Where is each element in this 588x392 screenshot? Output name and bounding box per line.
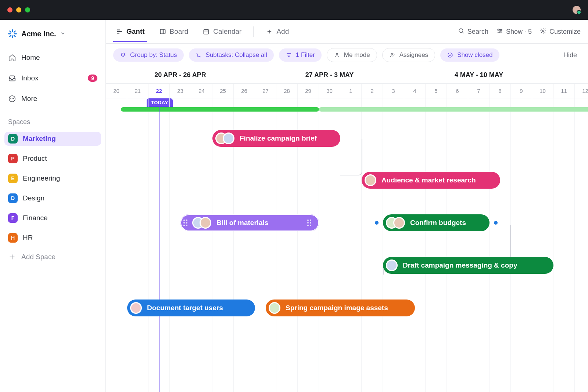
zoom-icon[interactable] — [25, 7, 30, 12]
add-view-label: Add — [276, 28, 289, 36]
space-item-engineering[interactable]: E Engineering — [4, 171, 101, 185]
assignee-avatars — [269, 302, 280, 314]
inbox-count-badge: 9 — [88, 75, 97, 82]
svg-point-7 — [498, 29, 499, 30]
layers-icon — [120, 52, 126, 58]
add-space-button[interactable]: Add Space — [4, 251, 101, 263]
dependency-line — [340, 139, 362, 175]
hide-filters-button[interactable]: Hide — [563, 51, 581, 59]
day-cell: 3 — [383, 84, 404, 98]
dependency-dot[interactable] — [375, 221, 379, 225]
task-bar[interactable]: Bill of materials — [180, 214, 319, 231]
subtasks-pill[interactable]: Subtasks: Collapse all — [189, 48, 274, 62]
space-label: Engineering — [23, 174, 60, 182]
task-bar[interactable]: Document target users — [127, 300, 255, 316]
space-item-product[interactable]: P Product — [4, 152, 101, 166]
calendar-icon — [202, 28, 210, 36]
date-range-cell: 20 APR - 26 APR — [106, 67, 255, 83]
space-item-design[interactable]: D Design — [4, 191, 101, 205]
space-item-marketing[interactable]: D Marketing — [4, 132, 101, 146]
nav-inbox[interactable]: Inbox 9 — [4, 72, 101, 84]
filter-pill[interactable]: 1 Filter — [279, 48, 322, 62]
progress-track — [106, 107, 588, 112]
minimize-icon[interactable] — [16, 7, 21, 12]
task-bar[interactable]: Spring campaign image assets — [266, 300, 415, 316]
spaces-section-label: Spaces — [4, 118, 101, 126]
gantt-rows[interactable]: Finalize campaign brief Audience & marke… — [106, 98, 588, 392]
day-cell: 28 — [276, 84, 298, 98]
tab-label: Calendar — [213, 28, 241, 36]
board-icon — [159, 28, 167, 36]
me-mode-pill[interactable]: Me mode — [327, 48, 377, 62]
space-item-hr[interactable]: H HR — [4, 231, 101, 245]
dependency-dot[interactable] — [494, 221, 498, 225]
day-cell: 24 — [191, 84, 212, 98]
gear-icon — [540, 28, 546, 36]
task-bar[interactable]: Confirm budgets — [383, 214, 490, 231]
progress-pending — [319, 107, 588, 112]
window-controls[interactable] — [7, 7, 30, 12]
tab-gantt[interactable]: Gantt — [113, 21, 147, 42]
days-header: 2021222324252627282930123456789101112 — [106, 84, 588, 98]
task-label: Draft campaign messaging & copy — [403, 261, 517, 269]
day-cell: 8 — [490, 84, 511, 98]
user-icon — [334, 52, 340, 58]
date-range-header: 20 APR - 26 APR 27 APR - 3 MAY 4 MAY - 1… — [106, 67, 588, 84]
add-view-button[interactable]: Add — [263, 21, 291, 42]
nav-home[interactable]: Home — [4, 51, 101, 64]
assignee-avatars — [365, 174, 376, 186]
space-chip: D — [8, 134, 18, 144]
space-label: Finance — [23, 214, 48, 222]
avatar — [130, 302, 142, 314]
chevron-down-icon — [60, 31, 65, 37]
gantt-timeline[interactable]: 2021222324252627282930123456789101112 TO… — [106, 84, 588, 392]
svg-point-12 — [200, 56, 201, 57]
add-space-label: Add Space — [21, 253, 55, 261]
assignee-avatars — [130, 302, 142, 314]
space-chip: F — [8, 213, 18, 223]
drag-handle-icon[interactable] — [307, 219, 311, 226]
show-button[interactable]: Show · 5 — [496, 28, 532, 36]
day-cell: 23 — [170, 84, 191, 98]
filter-icon — [286, 52, 292, 58]
search-button[interactable]: Search — [458, 28, 488, 36]
nav-more[interactable]: More — [4, 92, 101, 105]
group-by-pill[interactable]: Group by: Status — [113, 48, 184, 62]
day-cell: 26 — [234, 84, 255, 98]
more-icon — [8, 95, 16, 103]
progress-done — [121, 107, 319, 112]
day-cell: 12 — [575, 84, 588, 98]
svg-point-10 — [542, 30, 544, 32]
avatar — [223, 133, 234, 144]
filter-bar: Group by: Status Subtasks: Collapse all … — [106, 44, 588, 67]
gantt-icon — [115, 28, 123, 36]
task-bar[interactable]: Finalize campaign brief — [212, 130, 340, 147]
drag-handle-icon[interactable] — [183, 219, 187, 226]
tab-calendar[interactable]: Calendar — [200, 21, 244, 42]
day-cell: 6 — [447, 84, 468, 98]
tab-board[interactable]: Board — [157, 21, 191, 42]
svg-point-15 — [448, 53, 452, 57]
show-closed-pill[interactable]: Show closed — [440, 48, 499, 62]
plus-icon — [8, 253, 16, 261]
svg-point-2 — [12, 98, 12, 99]
svg-point-14 — [391, 54, 392, 55]
task-bar[interactable]: Audience & market research — [362, 172, 500, 189]
users-icon — [389, 52, 396, 58]
assignees-pill[interactable]: Assignees — [382, 48, 435, 62]
space-item-finance[interactable]: F Finance — [4, 211, 101, 225]
customize-button[interactable]: Customize — [540, 28, 581, 36]
nav-label: Inbox — [21, 74, 38, 82]
svg-point-9 — [499, 32, 500, 33]
day-cell: 5 — [426, 84, 447, 98]
workspace-switcher[interactable]: Acme Inc. — [4, 26, 101, 41]
current-user-avatar[interactable] — [573, 6, 581, 14]
svg-point-1 — [10, 98, 11, 99]
day-cell: 22 — [148, 84, 170, 98]
sidebar: Acme Inc. Home Inbox 9 — [0, 20, 106, 392]
plus-icon — [265, 28, 273, 36]
close-icon[interactable] — [7, 7, 12, 12]
spaces-list: D Marketing P Product E Engineering D De… — [4, 132, 101, 263]
assignee-avatars — [192, 217, 211, 229]
task-bar[interactable]: Draft campaign messaging & copy — [383, 257, 553, 274]
